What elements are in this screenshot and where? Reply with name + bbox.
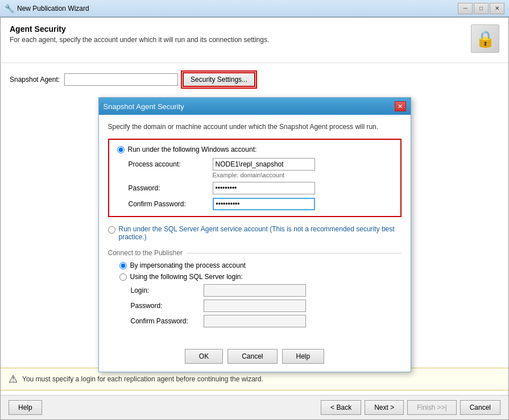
login-label: Login:	[131, 284, 199, 297]
title-bar-buttons: ─ □ ✕	[458, 3, 504, 14]
publisher-section: Connect to the Publisher By impersonatin…	[108, 249, 402, 327]
bottom-right: < Back Next > Finish >>| Cancel	[321, 400, 500, 415]
publisher-section-title: Connect to the Publisher	[108, 249, 402, 257]
windows-account-radio-row: Run under the following Windows account:	[117, 145, 392, 153]
confirm-password-label: Confirm Password:	[129, 198, 208, 210]
warning-icon: ⚠	[9, 373, 18, 385]
bottom-left: Help	[9, 400, 42, 415]
page-title: Agent Security	[10, 24, 269, 34]
finish-button[interactable]: Finish >>|	[407, 400, 456, 415]
sql-login-radio-row: Using the following SQL Server login:	[119, 273, 402, 281]
windows-account-label: Run under the following Windows account:	[128, 145, 257, 153]
publisher-form: By impersonating the process account Usi…	[108, 261, 402, 327]
password-input[interactable]	[213, 182, 315, 194]
modal-close-button[interactable]: ✕	[395, 101, 406, 111]
sql-login-radio[interactable]	[119, 273, 127, 281]
next-button[interactable]: Next >	[365, 400, 404, 415]
help-dialog-button[interactable]: Help	[282, 349, 325, 364]
cancel-button[interactable]: Cancel	[460, 400, 500, 415]
process-account-hint: Example: domain\account	[213, 172, 392, 178]
password-label: Password:	[129, 182, 208, 194]
back-button[interactable]: < Back	[321, 400, 361, 415]
publisher-login-form: Login: Password: Confirm Password:	[119, 284, 402, 327]
sql-agent-radio[interactable]	[108, 226, 115, 234]
process-account-input[interactable]	[213, 158, 315, 171]
pub-password-label: Password:	[131, 300, 199, 312]
warning-text: You must specify a login for each replic…	[22, 375, 263, 383]
pub-confirm-password-label: Confirm Password:	[131, 315, 199, 327]
maximize-button[interactable]: □	[474, 3, 489, 14]
login-input[interactable]	[204, 284, 306, 297]
header-text: Agent Security For each agent, specify t…	[10, 24, 269, 44]
close-button[interactable]: ✕	[490, 3, 504, 14]
modal-footer: OK Cancel Help	[99, 343, 411, 372]
windows-account-form: Process account: Example: domain\account…	[117, 158, 392, 210]
main-window: Agent Security For each agent, specify t…	[0, 17, 509, 420]
sql-agent-label: Run under the SQL Server Agent service a…	[119, 225, 402, 241]
bottom-bar: Help < Back Next > Finish >>| Cancel	[1, 395, 508, 419]
window-title: New Publication Wizard	[17, 5, 89, 13]
impersonate-radio[interactable]	[119, 262, 127, 269]
help-button[interactable]: Help	[9, 400, 42, 415]
windows-account-radio[interactable]	[117, 146, 125, 153]
snapshot-security-dialog: Snapshot Agent Security ✕ Specify the do…	[98, 97, 411, 372]
process-account-label: Process account:	[129, 158, 208, 171]
modal-body: Specify the domain or machine account un…	[99, 115, 411, 343]
page-description: For each agent, specify the account unde…	[10, 36, 269, 44]
impersonate-radio-row: By impersonating the process account	[119, 261, 402, 269]
modal-title: Snapshot Agent Security	[104, 102, 184, 111]
cancel-dialog-button[interactable]: Cancel	[227, 349, 277, 364]
confirm-password-input[interactable]	[213, 198, 315, 210]
impersonate-label: By impersonating the process account	[130, 261, 246, 269]
pub-password-input[interactable]	[204, 300, 306, 312]
wizard-icon: 🔒	[471, 24, 499, 53]
modal-overlay: Snapshot Agent Security ✕ Specify the do…	[1, 63, 508, 368]
sql-agent-radio-row: Run under the SQL Server Agent service a…	[108, 225, 402, 241]
pub-confirm-password-input[interactable]	[204, 315, 306, 327]
content-area: Snapshot Agent: Security Settings... Sna…	[1, 63, 508, 368]
sql-login-label: Using the following SQL Server login:	[130, 273, 243, 281]
header-area: Agent Security For each agent, specify t…	[1, 18, 508, 63]
modal-title-bar: Snapshot Agent Security ✕	[99, 98, 411, 115]
app-icon: 🔧	[5, 4, 14, 13]
windows-account-section: Run under the following Windows account:…	[108, 139, 402, 217]
title-bar: 🔧 New Publication Wizard ─ □ ✕	[0, 0, 509, 17]
title-bar-left: 🔧 New Publication Wizard	[5, 4, 89, 13]
minimize-button[interactable]: ─	[458, 3, 473, 14]
ok-button[interactable]: OK	[185, 349, 223, 364]
modal-description: Specify the domain or machine account un…	[108, 123, 402, 131]
